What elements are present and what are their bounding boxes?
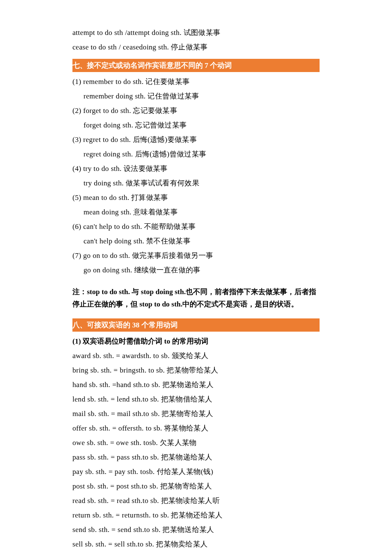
s8-item: sell sb. sth. = sell sth.to sb. 把某物卖给某人 [72,537,320,552]
s7-item: (3) regret to do sth. 后悔(遗憾)要做某事 [72,133,320,147]
s8-item: pay sb. sth. = pay sth. tosb. 付给某人某物(钱) [72,465,320,479]
s8-item: offer sb. sth. = offersth. to sb. 将某物给某人 [72,421,320,436]
section-8-subhead: (1) 双宾语易位时需借助介词 to 的常用动词 [72,334,320,349]
s8-item: read sb. sth. = read sth.to sb. 把某物读给某人听 [72,494,320,508]
intro-line-1: attempt to do sth /attempt doing sth. 试图… [72,26,320,40]
s8-item: lend sb. sth. = lend sth.to sb. 把某物借给某人 [72,392,320,407]
s7-item: try doing sth. 做某事试试看有何效果 [72,176,320,191]
s7-item: forget doing sth. 忘记曾做过某事 [72,118,320,133]
s8-item: bring sb. sth. = bringsth. to sb. 把某物带给某… [72,363,320,378]
s7-item: can't help doing sth. 禁不住做某事 [72,234,320,249]
s7-item: (4) try to do sth. 设法要做某事 [72,162,320,176]
s8-item: return sb. sth. = returnsth. to sb. 把某物还… [72,508,320,523]
s7-item: (7) go on to do sth. 做完某事后接着做另一事 [72,249,320,263]
s7-item: (5) mean to do sth. 打算做某事 [72,191,320,205]
s7-item: go on doing sth. 继续做一直在做的事 [72,263,320,278]
s7-item: remember doing sth. 记住曾做过某事 [72,89,320,104]
s8-item: serve sb. sth. = servesth. to sb. 拿某物招待某… [72,552,320,555]
section-8-header: 八、可接双宾语的 38 个常用动词 [72,318,320,332]
section-7-header: 七、接不定式或动名词作宾语意思不同的 7 个动词 [72,59,320,72]
s7-item: (2) forget to do sth. 忘记要做某事 [72,104,320,118]
section-7-note: 注：stop to do sth. 与 stop doing sth.也不同，前… [72,286,320,311]
s8-item: hand sb. sth. =hand sth.to sb. 把某物递给某人 [72,378,320,392]
s8-item: post sb. sth. = post sth.to sb. 把某物寄给某人 [72,479,320,494]
s7-item: regret doing sth. 后悔(遗憾)曾做过某事 [72,147,320,162]
intro-line-2: cease to do sth / ceasedoing sth. 停止做某事 [72,40,320,55]
s8-item: send sb. sth. = send sth.to sb. 把某物送给某人 [72,523,320,537]
s8-item: owe sb. sth. = owe sth. tosb. 欠某人某物 [72,436,320,450]
s7-item: (1) remember to do sth. 记住要做某事 [72,75,320,89]
s8-item: mail sb. sth. = mail sth.to sb. 把某物寄给某人 [72,407,320,421]
s8-item: award sb. sth. = awardsth. to sb. 颁奖给某人 [72,349,320,363]
s7-item: (6) can't help to do sth. 不能帮助做某事 [72,220,320,234]
s7-item: mean doing sth. 意味着做某事 [72,205,320,220]
s8-item: pass sb. sth. = pass sth.to sb. 把某物递给某人 [72,450,320,465]
